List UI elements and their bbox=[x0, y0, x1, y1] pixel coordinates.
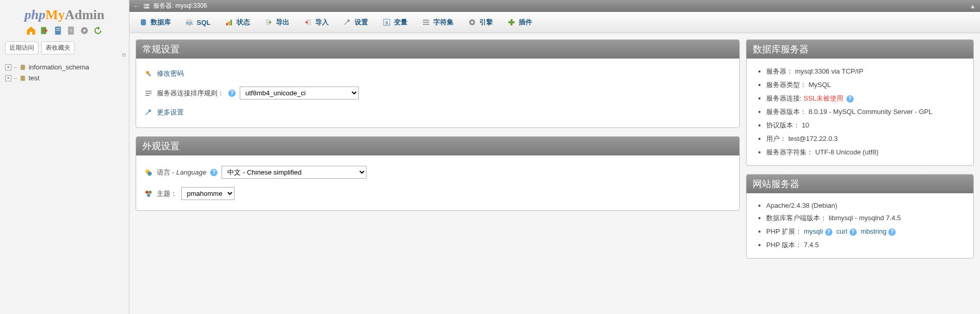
svg-text:$: $ bbox=[385, 20, 388, 25]
breadcrumb-label[interactable]: 服务器: mysql:3306 bbox=[153, 2, 207, 10]
logo-admin: Admin bbox=[65, 7, 105, 22]
list-item: 服务器： mysql:3306 via TCP/IP bbox=[766, 65, 965, 78]
collation-select[interactable]: utf8mb4_unicode_ci bbox=[240, 87, 359, 99]
php-ext-link[interactable]: curl bbox=[837, 227, 847, 235]
php-ext-link[interactable]: mbstring bbox=[861, 227, 887, 235]
help-icon[interactable]: ? bbox=[228, 90, 236, 97]
php-ext-link[interactable]: mysqli bbox=[804, 227, 823, 235]
appearance-settings-panel: 外观设置 语言 - Language ? 中文 - Chinese simpli… bbox=[136, 136, 740, 211]
database-server-panel: 数据库服务器 服务器： mysql:3306 via TCP/IP服务器类型： … bbox=[746, 39, 974, 166]
svg-point-12 bbox=[145, 4, 146, 5]
svg-rect-24 bbox=[423, 20, 429, 21]
svg-rect-3 bbox=[56, 30, 60, 31]
list-item: 服务器类型： MySQL bbox=[766, 78, 965, 92]
top-menu: 数据库 SQLSQL 状态 导出 导入 设置 $变量 字符集 引擎 插件 bbox=[129, 12, 980, 33]
reload-icon[interactable] bbox=[93, 26, 103, 35]
svg-point-37 bbox=[149, 191, 152, 194]
ssl-warning[interactable]: SSL未被使用 bbox=[803, 94, 843, 102]
logo[interactable]: phpMyAdmin bbox=[2, 4, 127, 24]
sql-docs-icon[interactable]: ? bbox=[66, 26, 76, 35]
db-label: information_schema bbox=[28, 63, 89, 71]
panel-title: 数据库服务器 bbox=[747, 40, 973, 59]
tab-plugins[interactable]: 插件 bbox=[501, 14, 539, 31]
tab-engines[interactable]: 引擎 bbox=[461, 14, 500, 31]
navigation-panel: phpMyAdmin ? 近期访问 表收藏夹 ⊖ +– information_… bbox=[0, 0, 129, 314]
list-item: PHP 扩展： mysqli?curl?mbstring? bbox=[766, 225, 965, 238]
svg-rect-11 bbox=[144, 6, 150, 8]
svg-rect-25 bbox=[423, 22, 429, 23]
breadcrumb: ← 服务器: mysql:3306 ▲ bbox=[129, 0, 980, 12]
svg-rect-32 bbox=[145, 93, 152, 94]
export-icon bbox=[265, 18, 273, 26]
database-tree: +– information_schema +– test bbox=[2, 56, 127, 89]
list-item: 服务器连接: SSL未被使用? bbox=[766, 92, 965, 105]
tab-export[interactable]: 导出 bbox=[258, 14, 296, 31]
server-icon bbox=[143, 3, 150, 10]
help-icon[interactable]: ? bbox=[846, 95, 854, 103]
logout-icon[interactable] bbox=[40, 26, 49, 35]
svg-rect-2 bbox=[56, 28, 60, 29]
theme-icon bbox=[144, 190, 153, 198]
database-icon bbox=[139, 18, 148, 26]
panel-title: 常规设置 bbox=[136, 40, 739, 59]
engine-icon bbox=[468, 18, 476, 26]
tab-import[interactable]: 导入 bbox=[297, 14, 335, 31]
collapse-icon[interactable]: ⊖ bbox=[122, 52, 126, 58]
svg-rect-26 bbox=[423, 24, 429, 25]
expand-icon[interactable]: + bbox=[5, 64, 11, 70]
svg-rect-17 bbox=[226, 23, 228, 25]
svg-rect-19 bbox=[230, 20, 232, 25]
svg-point-8 bbox=[21, 64, 25, 66]
variables-icon: $ bbox=[383, 18, 391, 26]
collation-label: 服务器连接排序规则： bbox=[157, 89, 224, 98]
tab-charsets[interactable]: 字符集 bbox=[415, 14, 460, 31]
svg-rect-30 bbox=[148, 73, 151, 77]
database-icon bbox=[19, 64, 26, 71]
help-icon[interactable]: ? bbox=[888, 229, 896, 236]
web-server-panel: 网站服务器 Apache/2.4.38 (Debian) 数据库客户端版本： l… bbox=[746, 174, 974, 259]
svg-point-35 bbox=[148, 172, 152, 176]
tab-databases[interactable]: 数据库 bbox=[133, 14, 178, 31]
svg-point-38 bbox=[147, 194, 150, 197]
change-password-link[interactable]: 修改密码 bbox=[157, 69, 184, 78]
sql-icon: SQL bbox=[185, 18, 194, 26]
panel-collapse-icon[interactable]: ▲ bbox=[970, 3, 976, 10]
nav-back-icon[interactable]: ← bbox=[134, 3, 140, 10]
db-node[interactable]: +– test bbox=[5, 73, 124, 83]
tab-settings[interactable]: 设置 bbox=[337, 14, 375, 31]
more-settings-link[interactable]: 更多设置 bbox=[157, 108, 184, 117]
wrench-icon bbox=[343, 18, 352, 26]
nav-quicklinks: ? bbox=[2, 24, 127, 39]
logo-php: php bbox=[24, 7, 45, 22]
svg-text:SQL: SQL bbox=[186, 21, 194, 25]
expand-icon[interactable]: + bbox=[5, 75, 11, 81]
home-icon[interactable] bbox=[26, 26, 36, 35]
password-icon bbox=[144, 69, 153, 78]
svg-point-14 bbox=[141, 19, 146, 21]
list-item: 数据库客户端版本： libmysql - mysqlnd 7.4.5 bbox=[766, 211, 965, 225]
help-icon[interactable]: ? bbox=[210, 169, 217, 176]
tab-status[interactable]: 状态 bbox=[218, 14, 257, 31]
help-icon[interactable]: ? bbox=[850, 229, 857, 236]
tab-sql[interactable]: SQLSQL bbox=[179, 14, 217, 31]
theme-label: 主题： bbox=[157, 189, 177, 198]
panel-title: 网站服务器 bbox=[747, 175, 973, 193]
panel-title: 外观设置 bbox=[136, 137, 739, 155]
svg-point-28 bbox=[471, 21, 473, 23]
favorites-tab[interactable]: 表收藏夹 bbox=[41, 41, 75, 54]
docs-icon[interactable] bbox=[53, 26, 63, 35]
logo-my: My bbox=[46, 7, 65, 22]
help-icon[interactable]: ? bbox=[825, 229, 832, 236]
list-item: Apache/2.4.38 (Debian) bbox=[766, 199, 965, 211]
language-icon bbox=[144, 168, 153, 177]
main-panel: ← 服务器: mysql:3306 ▲ 数据库 SQLSQL 状态 导出 导入 … bbox=[129, 0, 980, 314]
recent-tab[interactable]: 近期访问 bbox=[5, 41, 38, 54]
svg-rect-18 bbox=[228, 21, 230, 25]
db-node[interactable]: +– information_schema bbox=[5, 62, 124, 73]
database-icon bbox=[19, 75, 26, 82]
list-item: 服务器版本： 8.0.19 - MySQL Community Server -… bbox=[766, 105, 965, 119]
tab-variables[interactable]: $变量 bbox=[376, 14, 414, 31]
theme-select[interactable]: pmahomme bbox=[181, 187, 235, 200]
language-select[interactable]: 中文 - Chinese simplified bbox=[222, 166, 367, 179]
settings-icon[interactable] bbox=[80, 26, 89, 35]
